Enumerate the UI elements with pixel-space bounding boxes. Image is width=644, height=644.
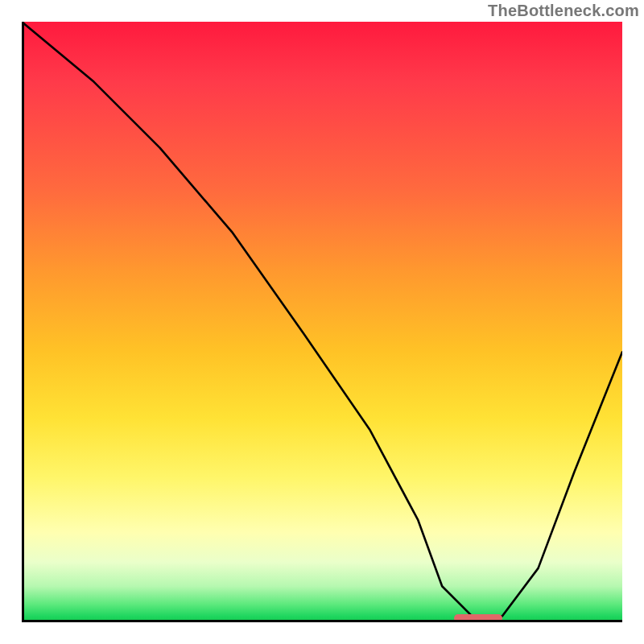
- chart-container: TheBottleneck.com: [0, 0, 644, 644]
- watermark-text: TheBottleneck.com: [488, 2, 639, 20]
- plot-area: [22, 22, 622, 622]
- curve-svg: [22, 22, 622, 622]
- minimum-marker: [454, 614, 502, 622]
- curve-path: [22, 22, 622, 617]
